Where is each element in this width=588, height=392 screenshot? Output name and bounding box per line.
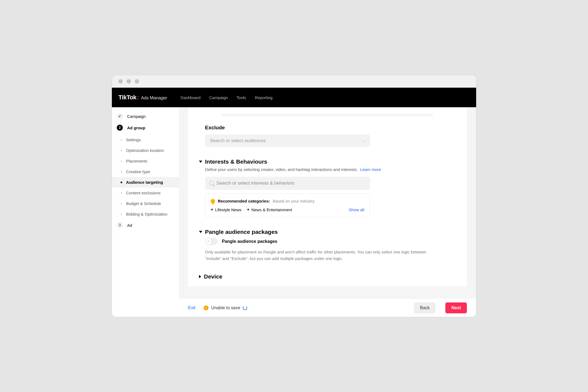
nav-reporting[interactable]: Reporting — [255, 95, 272, 100]
learn-more-link[interactable]: Learn more — [360, 167, 381, 172]
sub-label: Creative type — [126, 169, 150, 174]
caret-down-icon — [199, 231, 202, 233]
reco-sub: Based on your industry — [273, 199, 314, 203]
browser-frame: TikTok: Ads Manager Dashboard Campaign T… — [112, 75, 476, 317]
plus-icon: + — [211, 207, 213, 212]
interests-title: Interests & Behaviours — [205, 158, 267, 165]
top-nav: Dashboard Campaign Tools Reporting — [180, 95, 272, 100]
panel: Exclude Search or select audiences Inter… — [188, 107, 467, 286]
bullet-icon — [121, 192, 122, 194]
top-bar: TikTok: Ads Manager Dashboard Campaign T… — [112, 88, 476, 107]
step-label: Ad group — [127, 125, 145, 130]
prev-card-edge — [222, 114, 433, 117]
bullet-icon — [121, 182, 122, 183]
main-canvas: Exclude Search or select audiences Inter… — [179, 107, 476, 317]
reco-head: Recommended categories: Based on your in… — [211, 199, 364, 203]
chip-lifestyle-news[interactable]: +Lifestyle News — [211, 207, 241, 212]
plus-icon: + — [247, 207, 249, 212]
reco-label: Recommended categories: — [218, 199, 270, 203]
step-number-icon: 2 — [117, 125, 123, 131]
footer-bar: Exit ! Unable to save Back Next — [179, 298, 476, 317]
recommended-card: Recommended categories: Based on your in… — [205, 194, 370, 217]
bullet-icon — [121, 213, 122, 215]
reco-row: +Lifestyle News +News & Entertainment Sh… — [211, 207, 364, 212]
bullet-icon — [121, 203, 122, 204]
sub-audience-targeting[interactable]: Audience targeting — [112, 177, 179, 188]
window-dot — [127, 79, 131, 84]
toggle-knob: ✕ — [206, 238, 212, 244]
nav-tools[interactable]: Tools — [237, 95, 246, 100]
refresh-icon[interactable] — [243, 306, 247, 310]
window-dot — [135, 79, 139, 84]
lightbulb-icon — [211, 199, 215, 203]
sub-placements[interactable]: Placements — [112, 156, 179, 166]
nav-campaign[interactable]: Campaign — [209, 95, 228, 100]
pangle-header[interactable]: Pangle audience packages — [199, 229, 450, 235]
caret-down-icon — [199, 161, 202, 163]
exclude-select[interactable]: Search or select audiences — [205, 134, 370, 147]
exit-link[interactable]: Exit — [188, 305, 195, 310]
app-body: ✓ Campaign 2 Ad group Settings Optimizat… — [112, 107, 476, 317]
pangle-title: Pangle audience packages — [205, 229, 278, 235]
sub-optimization-location[interactable]: Optimization location — [112, 145, 179, 156]
step-ad[interactable]: 3 Ad — [112, 219, 179, 231]
chevron-down-icon — [361, 139, 365, 143]
sub-bidding-optimization[interactable]: Bidding & Optimization — [112, 209, 179, 219]
interests-desc: Define your users by selecting creator, … — [205, 167, 450, 172]
content-scroll[interactable]: Exclude Search or select audiences Inter… — [179, 107, 476, 298]
bullet-icon — [121, 150, 122, 151]
brand-punct: : — [137, 94, 139, 101]
step-ad-group[interactable]: 2 Ad group — [112, 122, 179, 133]
sub-settings[interactable]: Settings — [112, 134, 179, 145]
back-button[interactable]: Back — [414, 302, 436, 313]
warning-text: Unable to save — [211, 305, 240, 310]
browser-chrome — [112, 75, 476, 88]
sub-label: Optimization location — [126, 148, 164, 153]
sub-budget-schedule[interactable]: Budget & Schedule — [112, 198, 179, 209]
sub-label: Audience targeting — [126, 180, 163, 185]
step-campaign[interactable]: ✓ Campaign — [112, 111, 179, 122]
caret-right-icon — [199, 275, 201, 278]
chip-label: News & Entertainment — [251, 207, 292, 212]
interests-search-placeholder: Search or select interests & behaviors — [216, 180, 294, 186]
step-number-icon: 3 — [117, 222, 123, 228]
bullet-icon — [121, 160, 122, 162]
nav-dashboard[interactable]: Dashboard — [180, 95, 200, 100]
interests-header[interactable]: Interests & Behaviours — [199, 158, 450, 165]
sub-label: Content exclusions — [126, 191, 161, 195]
chip-news-entertainment[interactable]: +News & Entertainment — [247, 207, 292, 212]
pangle-toggle-row: ✕ Pangle audience packages — [205, 238, 450, 245]
sub-label: Budget & Schedule — [126, 201, 161, 206]
device-title: Device — [204, 273, 222, 280]
sub-label: Placements — [126, 159, 147, 163]
window-dot — [118, 79, 123, 84]
show-all-link[interactable]: Show all — [349, 207, 364, 212]
step-label: Campaign — [127, 114, 146, 119]
reco-chips: +Lifestyle News +News & Entertainment — [211, 207, 292, 212]
step-label: Ad — [127, 223, 132, 228]
interests-desc-text: Define your users by selecting creator, … — [205, 167, 358, 172]
footer-left: Exit ! Unable to save — [188, 305, 247, 310]
brand-name: TikTok — [118, 94, 136, 101]
exclude-title: Exclude — [205, 125, 450, 131]
sub-content-exclusions[interactable]: Content exclusions — [112, 188, 179, 198]
bullet-icon — [121, 171, 122, 173]
pangle-desc: Only available for placement on Pangle a… — [205, 249, 428, 262]
check-icon: ✓ — [117, 113, 123, 119]
sub-creative-type[interactable]: Creative type — [112, 166, 179, 177]
next-button[interactable]: Next — [445, 302, 467, 313]
device-header[interactable]: Device — [199, 273, 450, 280]
interests-search[interactable]: Search or select interests & behaviors — [205, 177, 370, 190]
sidebar: ✓ Campaign 2 Ad group Settings Optimizat… — [112, 107, 179, 317]
brand-product: Ads Manager — [141, 95, 167, 101]
exclude-placeholder: Search or select audiences — [210, 138, 266, 143]
sub-label: Settings — [126, 137, 141, 142]
bullet-icon — [121, 139, 122, 141]
sub-label: Bidding & Optimization — [126, 212, 167, 216]
chip-label: Lifestyle News — [215, 207, 241, 212]
warning-icon: ! — [204, 305, 209, 310]
substeps: Settings Optimization location Placement… — [112, 134, 179, 219]
pangle-toggle[interactable]: ✕ — [205, 238, 218, 245]
brand-logo: TikTok: Ads Manager — [118, 94, 167, 101]
search-icon — [209, 181, 214, 185]
